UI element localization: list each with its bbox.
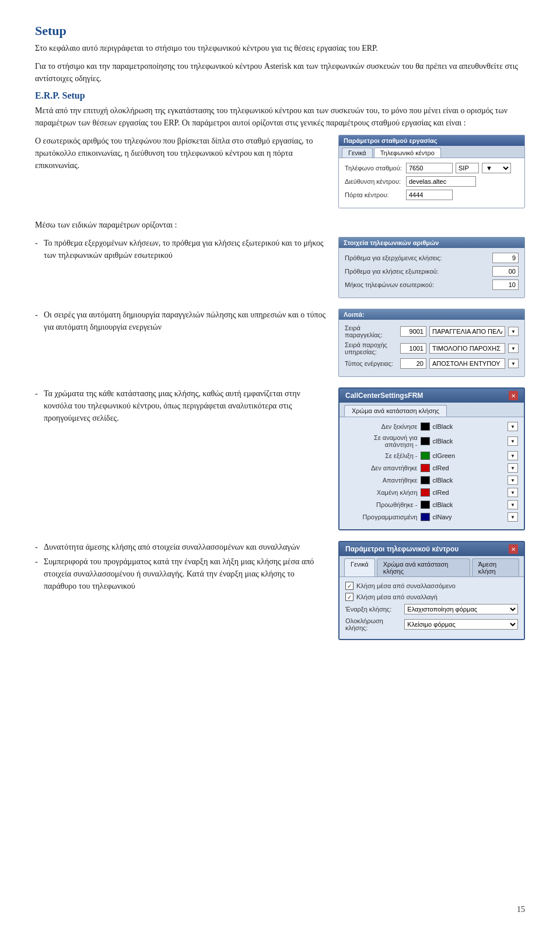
logic-body: Σειρά παραγγελίας: ▼ Σειρά παροχής υπηρε…	[339, 320, 524, 376]
tel-params-select-1[interactable]: Κλείσιμο φόρμας	[404, 619, 518, 630]
tel-params-select-0[interactable]: Ελαχιστοποίηση φόρμας	[404, 604, 518, 614]
cc-titlebar: CallCenterSettingsFRM ✕	[340, 389, 524, 403]
tel-params-select-label-0: Έναρξη κλήσης:	[345, 606, 401, 613]
phone-nums-input-0[interactable]	[492, 253, 519, 263]
cc-label-3: Δεν απαντήθηκε	[345, 464, 418, 471]
bullet1-block: Το πρόθεμα εξερχομένων κλήσεων, το πρόθε…	[35, 237, 525, 298]
cc-arrow-2[interactable]: ▼	[508, 451, 518, 460]
bullet4-5-text: Δυνατότητα άμεσης κλήσης από στοιχεία συ…	[35, 541, 327, 595]
tel-params-title-text: Παράμετροι τηλεφωνικού κέντρου	[345, 545, 459, 553]
phone-nums-label-1: Πρόθεμα για κλήσεις εξωτερικού:	[345, 268, 489, 275]
bullet-item-3: Τα χρώματα της κάθε κατάστασης μιας κλήσ…	[35, 387, 327, 424]
station-select-0[interactable]: ▼	[482, 163, 511, 173]
page-number: 15	[517, 905, 525, 914]
cc-arrow-4[interactable]: ▼	[508, 476, 518, 485]
cc-row-2: Σε εξέλιξη - clGreen ▼	[345, 451, 518, 460]
phone-params-widget: Στοιχεία τηλεφωνικών αριθμών Πρόθεμα για…	[338, 237, 525, 298]
cc-body: Δεν ξεκίνησε clBlack ▼ Σε αναμονή για απ…	[340, 417, 524, 529]
logic-arrow-2[interactable]: ▼	[508, 359, 519, 368]
phone-nums-label-0: Πρόθεμα για εξερχόμενες κλήσεις:	[345, 254, 489, 261]
phone-nums-input-2[interactable]	[492, 279, 519, 290]
logic-input-2-extra[interactable]	[429, 358, 505, 369]
logic-box: Λοιπά: Σειρά παραγγελίας: ▼ Σειρά παροχή…	[338, 309, 525, 377]
cc-swatch-6	[421, 501, 430, 509]
cc-value-4: clBlack	[433, 477, 505, 484]
cc-row-0: Δεν ξεκίνησε clBlack ▼	[345, 422, 518, 431]
station-params-body: Τηλέφωνο σταθμού: ▼ Διεύθυνση κέντρου: Π…	[339, 158, 524, 208]
station-label-1: Διεύθυνση κέντρου:	[345, 178, 403, 185]
logic-arrow-1[interactable]: ▼	[508, 344, 519, 353]
cc-label-2: Σε εξέλιξη -	[345, 452, 418, 459]
station-input-sip[interactable]	[456, 163, 479, 173]
cc-row-4: Απαντήθηκε clBlack ▼	[345, 476, 518, 485]
station-tab-phone[interactable]: Τηλεφωνικό κέντρο	[374, 148, 441, 158]
tel-params-widget: Παράμετροι τηλεφωνικού κέντρου ✕ Γενικά …	[338, 541, 525, 640]
cc-row-6: Προωθήθηκε - clBlack ▼	[345, 500, 518, 509]
phone-nums-row-2: Μήκος τηλεφώνων εσωτερικού:	[345, 279, 519, 290]
bullet-item-1: Το πρόθεμα εξερχομένων κλήσεων, το πρόθε…	[35, 237, 327, 261]
tel-params-tab-general[interactable]: Γενικά	[344, 558, 375, 576]
cc-settings-box: CallCenterSettingsFRM ✕ Χρώμα ανά κατάστ…	[338, 387, 525, 530]
logic-titlebar: Λοιπά:	[339, 309, 524, 320]
logic-row-1: Σειρά παροχής υπηρεσίας: ▼	[345, 341, 519, 355]
logic-arrow-0[interactable]: ▼	[508, 327, 519, 336]
cc-close-button[interactable]: ✕	[509, 391, 518, 400]
tel-params-box: Παράμετροι τηλεφωνικού κέντρου ✕ Γενικά …	[338, 541, 525, 640]
checkbox-1[interactable]	[345, 593, 354, 601]
logic-row-2: Τύπος ενέργειας: ▼	[345, 358, 519, 369]
phone-nums-box: Στοιχεία τηλεφωνικών αριθμών Πρόθεμα για…	[338, 237, 525, 298]
tel-params-select-row-1: Ολοκλήρωση κλήσης: Κλείσιμο φόρμας	[345, 617, 518, 631]
logic-input-1[interactable]	[400, 343, 426, 354]
tel-params-tab-direct[interactable]: Άμεση κλήση	[472, 558, 519, 576]
params-station-widget: Παράμετροι σταθμού εργασίας Γενικά Τηλεφ…	[338, 135, 525, 208]
cc-arrow-7[interactable]: ▼	[508, 512, 518, 522]
bullet-list-1: Το πρόθεμα εξερχομένων κλήσεων, το πρόθε…	[35, 237, 327, 261]
bullet-list-2: Οι σειρές για αυτόματη δημιουργία παραγγ…	[35, 309, 327, 333]
cc-label-6: Προωθήθηκε -	[345, 501, 418, 508]
erp-section-text: Μετά από την επιτυχή ολοκλήρωση της εγκα…	[35, 104, 525, 129]
page-title: Setup	[35, 23, 525, 39]
logic-label-0: Σειρά παραγγελίας:	[345, 324, 397, 338]
logic-input-2[interactable]	[400, 358, 426, 369]
tel-params-close-button[interactable]: ✕	[509, 544, 518, 554]
station-params-titlebar: Παράμετροι σταθμού εργασίας	[339, 135, 524, 146]
cc-value-7: clNavy	[433, 513, 505, 520]
station-input-2[interactable]	[406, 190, 453, 200]
checkbox-0[interactable]	[345, 582, 354, 590]
tel-params-tab-color[interactable]: Χρώμα ανά κατάσταση κλήσης	[377, 558, 470, 576]
tel-params-select-label-1: Ολοκλήρωση κλήσης:	[345, 617, 401, 631]
cc-swatch-4	[421, 476, 430, 484]
cc-arrow-3[interactable]: ▼	[508, 463, 518, 473]
cc-label-0: Δεν ξεκίνησε	[345, 423, 418, 430]
cc-arrow-6[interactable]: ▼	[508, 500, 518, 509]
erp-section-title: E.R.P. Setup	[35, 90, 525, 101]
phone-nums-row-1: Πρόθεμα για κλήσεις εξωτερικού:	[345, 266, 519, 277]
logic-input-0[interactable]	[400, 326, 426, 337]
tel-params-select-row-0: Έναρξη κλήσης: Ελαχιστοποίηση φόρμας	[345, 604, 518, 614]
station-input-0[interactable]	[406, 163, 453, 173]
cc-arrow-5[interactable]: ▼	[508, 488, 518, 497]
phone-nums-label-2: Μήκος τηλεφώνων εσωτερικού:	[345, 281, 489, 288]
logic-widget: Λοιπά: Σειρά παραγγελίας: ▼ Σειρά παροχή…	[338, 309, 525, 377]
logic-input-0-extra[interactable]	[429, 326, 505, 337]
phone-nums-input-1[interactable]	[492, 266, 519, 277]
station-tab-general[interactable]: Γενικά	[342, 148, 373, 158]
station-input-1[interactable]	[406, 176, 476, 187]
tel-params-check-label-0: Κλήση μέσα από συναλλασσόμενο	[356, 582, 518, 589]
bullet3-text: Τα χρώματα της κάθε κατάστασης μιας κλήσ…	[35, 387, 327, 427]
intro-text-1: Στο κεφάλαιο αυτό περιγράφεται το στήσιμ…	[35, 42, 525, 54]
phone-nums-body: Πρόθεμα για εξερχόμενες κλήσεις: Πρόθεμα…	[339, 248, 524, 298]
bullet3-block: Τα χρώματα της κάθε κατάστασης μιας κλήσ…	[35, 387, 525, 530]
logic-input-1-extra[interactable]	[429, 343, 505, 354]
cc-swatch-1	[421, 437, 430, 445]
cc-swatch-7	[421, 513, 430, 521]
cc-tab-color[interactable]: Χρώμα ανά κατάσταση κλήσης	[344, 405, 447, 417]
station-label-2: Πόρτα κέντρου:	[345, 191, 403, 198]
station-row-0: Τηλέφωνο σταθμού: ▼	[345, 163, 519, 173]
cc-value-5: clRed	[433, 489, 505, 496]
cc-arrow-1[interactable]: ▼	[508, 436, 518, 446]
cc-value-3: clRed	[433, 464, 505, 471]
station-row-2: Πόρτα κέντρου:	[345, 190, 519, 200]
cc-arrow-0[interactable]: ▼	[508, 422, 518, 431]
col1-text1: Ο εσωτερικός αριθμός του τηλεφώνου που β…	[35, 135, 327, 172]
